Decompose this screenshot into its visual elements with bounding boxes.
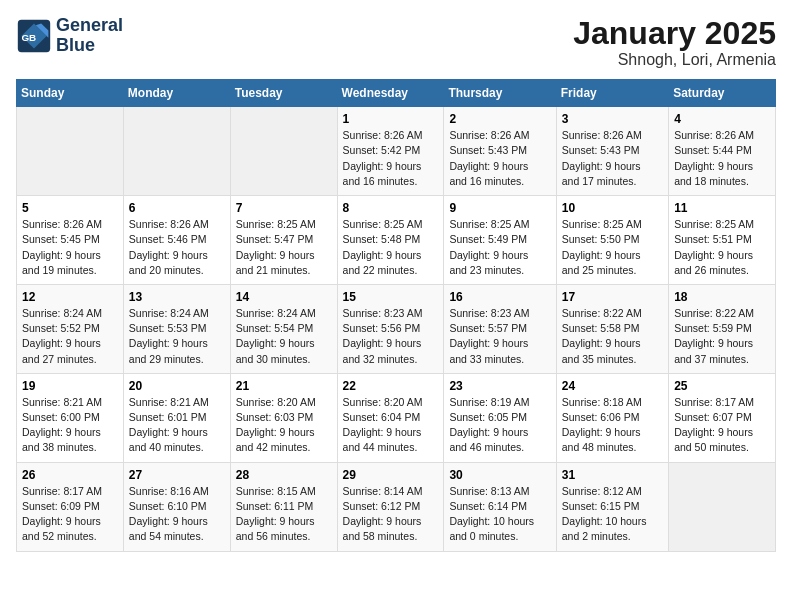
- day-detail: Sunrise: 8:23 AMSunset: 5:57 PMDaylight:…: [449, 306, 550, 367]
- day-number: 11: [674, 201, 770, 215]
- day-cell: 16Sunrise: 8:23 AMSunset: 5:57 PMDayligh…: [444, 284, 556, 373]
- day-number: 27: [129, 468, 225, 482]
- day-cell: 13Sunrise: 8:24 AMSunset: 5:53 PMDayligh…: [123, 284, 230, 373]
- day-number: 10: [562, 201, 663, 215]
- day-number: 2: [449, 112, 550, 126]
- day-cell: 10Sunrise: 8:25 AMSunset: 5:50 PMDayligh…: [556, 196, 668, 285]
- day-cell: 2Sunrise: 8:26 AMSunset: 5:43 PMDaylight…: [444, 107, 556, 196]
- day-number: 21: [236, 379, 332, 393]
- day-number: 4: [674, 112, 770, 126]
- day-detail: Sunrise: 8:13 AMSunset: 6:14 PMDaylight:…: [449, 484, 550, 545]
- weekday-header-row: SundayMondayTuesdayWednesdayThursdayFrid…: [17, 80, 776, 107]
- day-detail: Sunrise: 8:23 AMSunset: 5:56 PMDaylight:…: [343, 306, 439, 367]
- day-cell: 11Sunrise: 8:25 AMSunset: 5:51 PMDayligh…: [669, 196, 776, 285]
- day-number: 29: [343, 468, 439, 482]
- weekday-header-wednesday: Wednesday: [337, 80, 444, 107]
- day-cell: 26Sunrise: 8:17 AMSunset: 6:09 PMDayligh…: [17, 462, 124, 551]
- calendar-table: SundayMondayTuesdayWednesdayThursdayFrid…: [16, 79, 776, 551]
- logo: GB General Blue: [16, 16, 123, 56]
- day-detail: Sunrise: 8:17 AMSunset: 6:07 PMDaylight:…: [674, 395, 770, 456]
- day-cell: 24Sunrise: 8:18 AMSunset: 6:06 PMDayligh…: [556, 373, 668, 462]
- day-cell: 19Sunrise: 8:21 AMSunset: 6:00 PMDayligh…: [17, 373, 124, 462]
- day-number: 22: [343, 379, 439, 393]
- day-detail: Sunrise: 8:22 AMSunset: 5:59 PMDaylight:…: [674, 306, 770, 367]
- day-number: 23: [449, 379, 550, 393]
- calendar-subtitle: Shnogh, Lori, Armenia: [573, 51, 776, 69]
- day-number: 20: [129, 379, 225, 393]
- day-detail: Sunrise: 8:25 AMSunset: 5:50 PMDaylight:…: [562, 217, 663, 278]
- calendar-container: GB General Blue January 2025 Shnogh, Lor…: [0, 0, 792, 560]
- day-cell: 5Sunrise: 8:26 AMSunset: 5:45 PMDaylight…: [17, 196, 124, 285]
- day-cell: [123, 107, 230, 196]
- day-detail: Sunrise: 8:24 AMSunset: 5:54 PMDaylight:…: [236, 306, 332, 367]
- title-block: January 2025 Shnogh, Lori, Armenia: [573, 16, 776, 69]
- day-number: 14: [236, 290, 332, 304]
- day-number: 15: [343, 290, 439, 304]
- day-number: 6: [129, 201, 225, 215]
- day-cell: 21Sunrise: 8:20 AMSunset: 6:03 PMDayligh…: [230, 373, 337, 462]
- day-detail: Sunrise: 8:24 AMSunset: 5:52 PMDaylight:…: [22, 306, 118, 367]
- day-detail: Sunrise: 8:26 AMSunset: 5:42 PMDaylight:…: [343, 128, 439, 189]
- day-detail: Sunrise: 8:15 AMSunset: 6:11 PMDaylight:…: [236, 484, 332, 545]
- day-number: 3: [562, 112, 663, 126]
- day-detail: Sunrise: 8:26 AMSunset: 5:46 PMDaylight:…: [129, 217, 225, 278]
- day-number: 25: [674, 379, 770, 393]
- day-cell: 31Sunrise: 8:12 AMSunset: 6:15 PMDayligh…: [556, 462, 668, 551]
- day-detail: Sunrise: 8:26 AMSunset: 5:45 PMDaylight:…: [22, 217, 118, 278]
- day-detail: Sunrise: 8:25 AMSunset: 5:51 PMDaylight:…: [674, 217, 770, 278]
- day-detail: Sunrise: 8:25 AMSunset: 5:47 PMDaylight:…: [236, 217, 332, 278]
- day-detail: Sunrise: 8:14 AMSunset: 6:12 PMDaylight:…: [343, 484, 439, 545]
- day-number: 12: [22, 290, 118, 304]
- day-number: 31: [562, 468, 663, 482]
- day-cell: 30Sunrise: 8:13 AMSunset: 6:14 PMDayligh…: [444, 462, 556, 551]
- day-cell: 28Sunrise: 8:15 AMSunset: 6:11 PMDayligh…: [230, 462, 337, 551]
- day-number: 18: [674, 290, 770, 304]
- day-cell: [17, 107, 124, 196]
- weekday-header-monday: Monday: [123, 80, 230, 107]
- day-cell: 17Sunrise: 8:22 AMSunset: 5:58 PMDayligh…: [556, 284, 668, 373]
- day-detail: Sunrise: 8:21 AMSunset: 6:01 PMDaylight:…: [129, 395, 225, 456]
- week-row-3: 12Sunrise: 8:24 AMSunset: 5:52 PMDayligh…: [17, 284, 776, 373]
- week-row-2: 5Sunrise: 8:26 AMSunset: 5:45 PMDaylight…: [17, 196, 776, 285]
- calendar-title: January 2025: [573, 16, 776, 51]
- weekday-header-tuesday: Tuesday: [230, 80, 337, 107]
- logo-text: General Blue: [56, 16, 123, 56]
- day-detail: Sunrise: 8:26 AMSunset: 5:44 PMDaylight:…: [674, 128, 770, 189]
- day-detail: Sunrise: 8:20 AMSunset: 6:04 PMDaylight:…: [343, 395, 439, 456]
- day-cell: 4Sunrise: 8:26 AMSunset: 5:44 PMDaylight…: [669, 107, 776, 196]
- header-row: GB General Blue January 2025 Shnogh, Lor…: [16, 16, 776, 69]
- day-cell: 22Sunrise: 8:20 AMSunset: 6:04 PMDayligh…: [337, 373, 444, 462]
- day-detail: Sunrise: 8:20 AMSunset: 6:03 PMDaylight:…: [236, 395, 332, 456]
- day-number: 13: [129, 290, 225, 304]
- day-cell: 27Sunrise: 8:16 AMSunset: 6:10 PMDayligh…: [123, 462, 230, 551]
- logo-icon: GB: [16, 18, 52, 54]
- day-detail: Sunrise: 8:21 AMSunset: 6:00 PMDaylight:…: [22, 395, 118, 456]
- day-detail: Sunrise: 8:17 AMSunset: 6:09 PMDaylight:…: [22, 484, 118, 545]
- day-cell: 7Sunrise: 8:25 AMSunset: 5:47 PMDaylight…: [230, 196, 337, 285]
- day-cell: 12Sunrise: 8:24 AMSunset: 5:52 PMDayligh…: [17, 284, 124, 373]
- day-number: 19: [22, 379, 118, 393]
- day-detail: Sunrise: 8:19 AMSunset: 6:05 PMDaylight:…: [449, 395, 550, 456]
- day-detail: Sunrise: 8:25 AMSunset: 5:48 PMDaylight:…: [343, 217, 439, 278]
- day-cell: 9Sunrise: 8:25 AMSunset: 5:49 PMDaylight…: [444, 196, 556, 285]
- day-detail: Sunrise: 8:16 AMSunset: 6:10 PMDaylight:…: [129, 484, 225, 545]
- day-detail: Sunrise: 8:12 AMSunset: 6:15 PMDaylight:…: [562, 484, 663, 545]
- day-number: 5: [22, 201, 118, 215]
- day-number: 28: [236, 468, 332, 482]
- day-number: 16: [449, 290, 550, 304]
- svg-text:GB: GB: [21, 32, 36, 43]
- weekday-header-saturday: Saturday: [669, 80, 776, 107]
- day-cell: 3Sunrise: 8:26 AMSunset: 5:43 PMDaylight…: [556, 107, 668, 196]
- day-cell: [230, 107, 337, 196]
- day-number: 24: [562, 379, 663, 393]
- day-detail: Sunrise: 8:18 AMSunset: 6:06 PMDaylight:…: [562, 395, 663, 456]
- day-cell: 23Sunrise: 8:19 AMSunset: 6:05 PMDayligh…: [444, 373, 556, 462]
- day-number: 7: [236, 201, 332, 215]
- logo-line1: General: [56, 16, 123, 36]
- day-detail: Sunrise: 8:26 AMSunset: 5:43 PMDaylight:…: [562, 128, 663, 189]
- day-cell: 20Sunrise: 8:21 AMSunset: 6:01 PMDayligh…: [123, 373, 230, 462]
- day-cell: [669, 462, 776, 551]
- day-number: 26: [22, 468, 118, 482]
- day-cell: 14Sunrise: 8:24 AMSunset: 5:54 PMDayligh…: [230, 284, 337, 373]
- week-row-4: 19Sunrise: 8:21 AMSunset: 6:00 PMDayligh…: [17, 373, 776, 462]
